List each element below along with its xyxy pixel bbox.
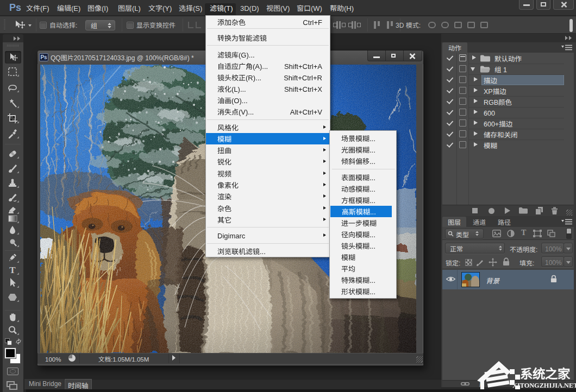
svg-text:XITONGZHIJIA.NET: XITONGZHIJIA.NET bbox=[512, 382, 576, 389]
svg-text:系统之家: 系统之家 bbox=[520, 364, 571, 382]
svg-text:T: T bbox=[9, 265, 16, 275]
